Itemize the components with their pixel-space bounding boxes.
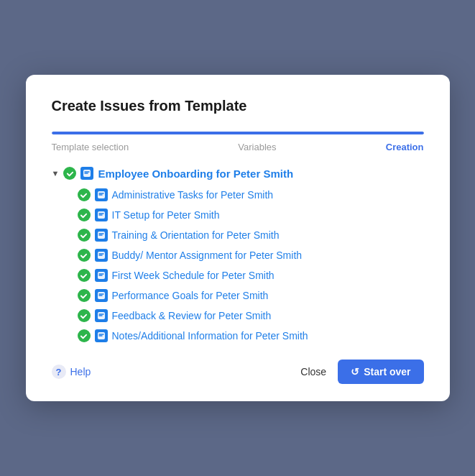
child-check-icon — [78, 188, 91, 201]
close-button[interactable]: Close — [300, 366, 326, 377]
parent-check-icon — [63, 167, 76, 180]
child-issue-link[interactable]: Notes/Additional Information for Peter S… — [112, 330, 308, 342]
help-icon: ? — [52, 365, 66, 379]
child-issue-type-icon — [95, 188, 108, 201]
modal-footer: ? Help Close ↺ Start over — [52, 360, 424, 384]
child-issue-type-icon — [95, 269, 108, 282]
step-creation: Creation — [386, 142, 424, 152]
child-issue-type-icon — [95, 249, 108, 262]
refresh-icon: ↺ — [351, 366, 359, 377]
start-over-button[interactable]: ↺ Start over — [338, 360, 423, 384]
child-issue-row: IT Setup for Peter Smith — [78, 209, 424, 221]
child-issue-row: Notes/Additional Information for Peter S… — [78, 329, 424, 342]
child-check-icon — [78, 269, 91, 282]
parent-issue-row: ▼ Employee Onboarding for Peter Smith — [52, 167, 424, 180]
chevron-down-icon[interactable]: ▼ — [52, 169, 60, 178]
footer-right: Close ↺ Start over — [300, 360, 423, 384]
child-issue-link[interactable]: First Week Schedule for Peter Smith — [112, 270, 275, 281]
child-check-icon — [78, 249, 91, 262]
child-issue-link[interactable]: Buddy/ Mentor Assignment for Peter Smith — [112, 250, 303, 261]
child-issue-type-icon — [95, 289, 108, 302]
child-issue-link[interactable]: Performance Goals for Peter Smith — [112, 290, 269, 301]
child-issue-row: Feedback & Review for Peter Smith — [78, 309, 424, 322]
progress-bar-fill — [52, 132, 424, 134]
modal-container: Create Issues from Template Template sel… — [26, 75, 450, 401]
modal-title: Create Issues from Template — [52, 98, 424, 114]
child-issue-row: Training & Orientation for Peter Smith — [78, 229, 424, 242]
issue-list: ▼ Employee Onboarding for Peter Smith — [52, 167, 424, 342]
child-issue-link[interactable]: IT Setup for Peter Smith — [112, 209, 220, 221]
child-issue-link[interactable]: Administrative Tasks for Peter Smith — [112, 189, 274, 201]
child-issue-link[interactable]: Feedback & Review for Peter Smith — [112, 310, 272, 321]
child-issue-row: Buddy/ Mentor Assignment for Peter Smith — [78, 249, 424, 262]
step-labels: Template selection Variables Creation — [52, 142, 424, 152]
step-variables: Variables — [238, 142, 276, 152]
progress-bar-track — [52, 132, 424, 134]
start-over-label: Start over — [364, 366, 410, 377]
child-issue-type-icon — [95, 229, 108, 242]
step-template-selection: Template selection — [52, 142, 129, 152]
child-issue-type-icon — [95, 309, 108, 322]
stepper: Template selection Variables Creation — [52, 132, 424, 152]
help-label: Help — [70, 366, 91, 377]
help-button[interactable]: ? Help — [52, 365, 91, 379]
child-check-icon — [78, 229, 91, 242]
child-issue-row: Performance Goals for Peter Smith — [78, 289, 424, 302]
child-check-icon — [78, 209, 91, 221]
child-check-icon — [78, 289, 91, 302]
child-issue-row: Administrative Tasks for Peter Smith — [78, 188, 424, 201]
child-check-icon — [78, 329, 91, 342]
parent-issue-type-icon — [80, 167, 93, 180]
child-issues-container: Administrative Tasks for Peter Smith IT … — [52, 188, 424, 342]
parent-issue-link[interactable]: Employee Onboarding for Peter Smith — [98, 168, 293, 180]
child-issue-type-icon — [95, 329, 108, 342]
child-check-icon — [78, 309, 91, 322]
child-issue-type-icon — [95, 209, 108, 221]
child-issue-row: First Week Schedule for Peter Smith — [78, 269, 424, 282]
child-issue-link[interactable]: Training & Orientation for Peter Smith — [112, 229, 280, 241]
